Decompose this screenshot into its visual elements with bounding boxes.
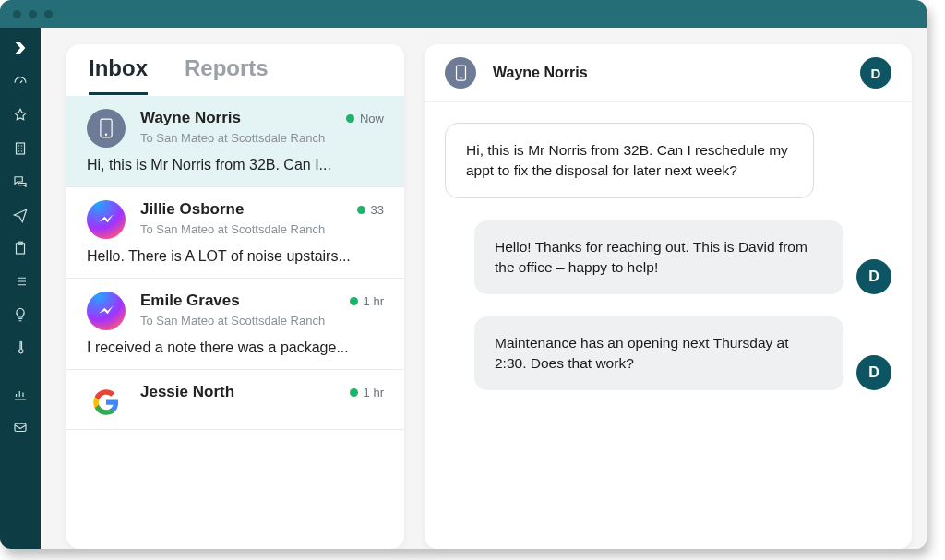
window-control-dot[interactable]: [29, 10, 37, 18]
tab-inbox[interactable]: Inbox: [89, 55, 148, 95]
mail-icon[interactable]: [12, 419, 29, 435]
window-control-dot[interactable]: [44, 10, 53, 18]
message-outgoing: Hello! Thanks for reaching out. This is …: [445, 220, 891, 294]
phone-icon: [445, 57, 476, 89]
status-dot-icon: [346, 114, 354, 123]
thread-recipient: To San Mateo at Scottsdale Ranch: [140, 131, 384, 145]
thread-item[interactable]: Emile Graves 1 hr To San Mateo at Scotts…: [66, 279, 404, 370]
main-content: Inbox Reports Wayne Norris: [41, 28, 927, 549]
list-icon[interactable]: [12, 273, 29, 290]
send-icon[interactable]: [12, 207, 29, 223]
thread-item[interactable]: Jessie North 1 hr: [66, 370, 404, 430]
conversation-header: Wayne Norris D: [425, 44, 912, 102]
message-list: Hi, this is Mr Norris from 32B. Can I re…: [425, 102, 912, 549]
thread-name: Emile Graves: [140, 292, 240, 310]
status-dot-icon: [350, 388, 358, 397]
messenger-icon: [87, 292, 126, 330]
thread-time: 33: [357, 203, 384, 217]
message-incoming: Hi, this is Mr Norris from 32B. Can I re…: [445, 123, 891, 198]
status-dot-icon: [350, 297, 358, 305]
clipboard-icon[interactable]: [12, 240, 29, 256]
thread-time: 1 hr: [350, 294, 384, 308]
dashboard-icon[interactable]: [12, 74, 29, 90]
thread-item[interactable]: Jillie Osborne 33 To San Mateo at Scotts…: [66, 187, 404, 279]
chart-icon[interactable]: [12, 386, 29, 402]
building-icon[interactable]: [12, 140, 29, 157]
phone-icon: [87, 109, 126, 148]
chat-icon[interactable]: [12, 173, 29, 190]
thread-preview: I received a note there was a package...: [87, 340, 384, 356]
side-rail: [0, 28, 41, 549]
thread-recipient: To San Mateo at Scottsdale Ranch: [140, 314, 384, 328]
window-control-dot[interactable]: [13, 10, 21, 18]
conversation-panel: Wayne Norris D Hi, this is Mr Norris fro…: [425, 44, 912, 549]
svg-point-7: [460, 77, 461, 79]
brand-logo: [13, 41, 28, 57]
message-outgoing: Maintenance has an opening next Thursday…: [445, 316, 891, 390]
thread-time: 1 hr: [350, 386, 384, 399]
thread-item[interactable]: Wayne Norris Now To San Mateo at Scottsd…: [66, 96, 404, 187]
svg-point-5: [105, 134, 107, 136]
thread-name: Wayne Norris: [140, 109, 241, 127]
agent-avatar: D: [856, 259, 891, 294]
message-bubble: Maintenance has an opening next Thursday…: [474, 316, 843, 390]
google-icon: [87, 383, 126, 422]
bulb-icon[interactable]: [12, 306, 29, 323]
thermometer-icon[interactable]: [12, 340, 29, 356]
message-bubble: Hello! Thanks for reaching out. This is …: [474, 220, 843, 294]
thread-name: Jillie Osborne: [140, 200, 244, 219]
svg-rect-3: [15, 423, 26, 431]
message-bubble: Hi, this is Mr Norris from 32B. Can I re…: [445, 123, 814, 198]
star-icon[interactable]: [12, 107, 29, 124]
inbox-panel: Inbox Reports Wayne Norris: [66, 44, 404, 549]
status-dot-icon: [357, 206, 365, 214]
app-body: Inbox Reports Wayne Norris: [0, 28, 927, 549]
agent-avatar: D: [856, 355, 891, 390]
inbox-tabs: Inbox Reports: [66, 44, 404, 96]
thread-name: Jessie North: [140, 383, 234, 401]
thread-time: Now: [346, 112, 384, 125]
thread-recipient: To San Mateo at Scottsdale Ranch: [140, 222, 384, 236]
agent-avatar[interactable]: D: [860, 57, 891, 89]
thread-preview: Hi, this is Mr Norris from 32B. Can I...: [87, 157, 384, 173]
messenger-icon: [87, 200, 126, 239]
app-window: Inbox Reports Wayne Norris: [0, 0, 927, 549]
svg-rect-0: [17, 143, 25, 154]
window-titlebar: [0, 0, 927, 28]
conversation-title: Wayne Norris: [493, 65, 588, 81]
thread-preview: Hello. There is A LOT of noise upstairs.…: [87, 248, 384, 265]
thread-list: Wayne Norris Now To San Mateo at Scottsd…: [66, 96, 404, 549]
tab-reports[interactable]: Reports: [185, 55, 269, 95]
